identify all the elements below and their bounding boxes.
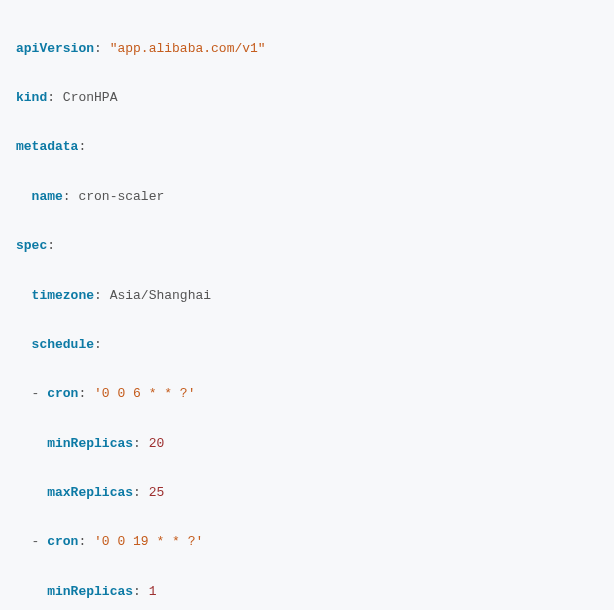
val-kind: CronHPA [63,90,118,105]
line-spec: spec: [16,234,598,259]
line-apiVersion: apiVersion: "app.alibaba.com/v1" [16,37,598,62]
line-name: name: cron-scaler [16,185,598,210]
key-maxReplicas1: maxReplicas [47,485,133,500]
key-cron1: cron [47,386,78,401]
yaml-code-block: apiVersion: "app.alibaba.com/v1" kind: C… [16,12,598,610]
line-cron2: - cron: '0 0 19 * * ?' [16,530,598,555]
key-apiVersion: apiVersion [16,41,94,56]
line-metadata: metadata: [16,135,598,160]
key-minReplicas2: minReplicas [47,584,133,599]
line-kind: kind: CronHPA [16,86,598,111]
key-metadata: metadata [16,139,78,154]
key-schedule: schedule [32,337,94,352]
key-timezone: timezone [32,288,94,303]
line-minReplicas2: minReplicas: 1 [16,580,598,605]
key-spec: spec [16,238,47,253]
line-timezone: timezone: Asia/Shanghai [16,284,598,309]
val-maxReplicas1: 25 [149,485,165,500]
key-kind: kind [16,90,47,105]
val-cron2: '0 0 19 * * ?' [94,534,203,549]
key-name: name [32,189,63,204]
line-schedule: schedule: [16,333,598,358]
key-minReplicas1: minReplicas [47,436,133,451]
val-minReplicas2: 1 [149,584,157,599]
line-cron1: - cron: '0 0 6 * * ?' [16,382,598,407]
val-timezone: Asia/Shanghai [110,288,211,303]
val-name: cron-scaler [78,189,164,204]
val-minReplicas1: 20 [149,436,165,451]
val-cron1: '0 0 6 * * ?' [94,386,195,401]
key-cron2: cron [47,534,78,549]
line-minReplicas1: minReplicas: 20 [16,432,598,457]
line-maxReplicas1: maxReplicas: 25 [16,481,598,506]
val-apiVersion: "app.alibaba.com/v1" [110,41,266,56]
